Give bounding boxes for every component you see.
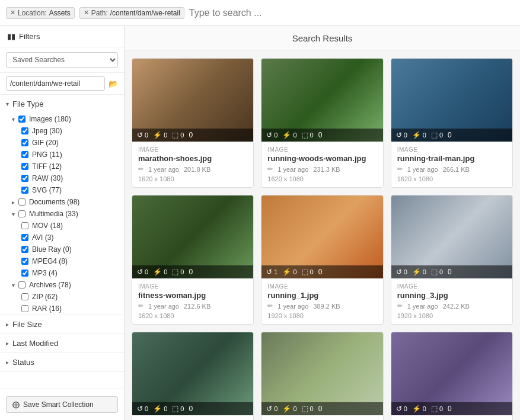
- toolbar-item-2[interactable]: ⬚ 0: [431, 131, 443, 139]
- rar-checkbox[interactable]: [21, 305, 28, 312]
- toolbar-item-1[interactable]: ⚡ 0: [282, 268, 296, 276]
- toolbar-item-3[interactable]: 0: [189, 268, 194, 276]
- filetype-header[interactable]: ▾ File Type: [0, 95, 124, 113]
- archives-chevron: ▾: [12, 282, 15, 288]
- filter-jpeg[interactable]: Jpeg (30): [0, 125, 124, 137]
- mov-checkbox[interactable]: [21, 222, 28, 229]
- tiff-checkbox[interactable]: [21, 163, 28, 170]
- filter-png[interactable]: PNG (11): [0, 149, 124, 161]
- filter-rar[interactable]: RAR (16): [0, 303, 124, 315]
- location-tag[interactable]: ✕ Location: Assets: [6, 7, 75, 19]
- save-smart-collection-button[interactable]: ⨁ Save Smart Collection: [6, 396, 118, 413]
- toolbar-item-2[interactable]: ⬚ 0: [172, 268, 184, 276]
- card-5[interactable]: ↺ 0 ⚡ 0 ⬚ 0 0 IMAGE running_3.jpg ✏ 1 ye…: [391, 195, 513, 325]
- png-checkbox[interactable]: [21, 151, 28, 158]
- card-0[interactable]: ↺ 0 ⚡ 0 ⬚ 0 0 IMAGE marathon-shoes.jpg ✏…: [132, 58, 254, 188]
- toolbar-item-2[interactable]: ⬚ 0: [302, 268, 314, 276]
- toolbar-item-0[interactable]: ↺ 0: [266, 131, 277, 139]
- svg-checkbox[interactable]: [21, 187, 28, 194]
- mp3-checkbox[interactable]: [21, 270, 28, 277]
- toolbar-item-1[interactable]: ⚡ 0: [153, 268, 167, 276]
- filter-svg[interactable]: SVG (77): [0, 184, 124, 196]
- search-input[interactable]: [189, 8, 514, 18]
- filter-archives[interactable]: ▾ Archives (78): [0, 279, 124, 291]
- filter-zip[interactable]: ZIP (62): [0, 291, 124, 303]
- toolbar-item-0[interactable]: ↺ 0: [137, 405, 148, 413]
- images-checkbox[interactable]: [18, 116, 25, 123]
- card-meta-1: ✏ 1 year ago 231.3 KB: [267, 165, 377, 173]
- toolbar-item-2[interactable]: ⬚ 0: [431, 268, 443, 276]
- filter-gif[interactable]: GIF (20): [0, 137, 124, 149]
- filesize-header[interactable]: ▸ File Size: [0, 315, 124, 334]
- toolbar-item-0[interactable]: ↺ 0: [396, 268, 407, 276]
- toolbar-item-1[interactable]: ⚡ 0: [153, 131, 167, 139]
- toolbar-item-0[interactable]: ↺ 1: [266, 268, 277, 276]
- toolbar-item-1[interactable]: ⚡ 0: [412, 131, 426, 139]
- toolbar-item-0[interactable]: ↺ 0: [266, 405, 277, 413]
- raw-checkbox[interactable]: [21, 175, 28, 182]
- toolbar-count-2: 0: [310, 405, 314, 412]
- toolbar-item-2[interactable]: ⬚ 0: [431, 405, 443, 413]
- toolbar-item-3[interactable]: 0: [448, 405, 454, 413]
- card-4[interactable]: ↺ 1 ⚡ 0 ⬚ 0 0 IMAGE running_1.jpg ✏ 1 ye…: [261, 195, 383, 325]
- filter-documents[interactable]: ▸ Documents (98): [0, 196, 124, 208]
- toolbar-item-2[interactable]: ⬚ 0: [302, 405, 314, 413]
- documents-checkbox[interactable]: [18, 198, 25, 206]
- filter-group-filetype: ▾ File Type ▾ Images (180) Jpeg (30) GIF…: [0, 95, 124, 315]
- toolbar-item-0[interactable]: ↺ 0: [137, 268, 148, 276]
- filter-mov[interactable]: MOV (18): [0, 220, 124, 232]
- location-tag-close[interactable]: ✕: [10, 9, 15, 17]
- toolbar-item-1[interactable]: ⚡ 0: [412, 405, 426, 413]
- toolbar-item-2[interactable]: ⬚ 0: [302, 131, 314, 139]
- toolbar-item-3[interactable]: 0: [189, 405, 194, 413]
- toolbar-item-1[interactable]: ⚡ 0: [282, 405, 296, 413]
- filter-avi[interactable]: AVI (3): [0, 232, 124, 243]
- filter-tiff[interactable]: TIFF (12): [0, 161, 124, 172]
- avi-checkbox[interactable]: [21, 234, 28, 241]
- card-8[interactable]: ↺ 0 ⚡ 0 ⬚ 0 0 IMAGE running_6.jpg ✏ 1 ye…: [391, 332, 513, 420]
- toolbar-item-2[interactable]: ⬚ 0: [172, 131, 184, 139]
- blueray-checkbox[interactable]: [21, 246, 28, 253]
- toolbar-item-0[interactable]: ↺ 0: [396, 405, 407, 413]
- jpeg-checkbox[interactable]: [21, 127, 28, 134]
- toolbar-item-1[interactable]: ⚡ 0: [282, 131, 296, 139]
- zip-checkbox[interactable]: [21, 293, 28, 300]
- toolbar-item-1[interactable]: ⚡ 0: [153, 405, 167, 413]
- multimedia-checkbox[interactable]: [18, 210, 25, 217]
- lastmodified-header[interactable]: ▸ Last Modified: [0, 334, 124, 352]
- toolbar-item-3[interactable]: 0: [318, 131, 324, 139]
- card-2[interactable]: ↺ 0 ⚡ 0 ⬚ 0 0 IMAGE running-trail-man.jp…: [391, 58, 513, 188]
- path-tag-close[interactable]: ✕: [84, 9, 89, 17]
- filter-mpeg4[interactable]: MPEG4 (8): [0, 255, 124, 267]
- card-1[interactable]: ↺ 0 ⚡ 0 ⬚ 0 0 IMAGE running-woods-woman.…: [261, 58, 383, 188]
- toolbar-item-3[interactable]: 0: [318, 405, 324, 413]
- archives-label: Archives (78): [29, 281, 71, 289]
- filter-blueray[interactable]: Blue Ray (0): [0, 243, 124, 255]
- toolbar-item-3[interactable]: 0: [189, 131, 194, 139]
- toolbar-count-1: 0: [293, 132, 296, 139]
- path-input[interactable]: [6, 76, 105, 91]
- card-6[interactable]: ↺ 0 ⚡ 0 ⬚ 0 0 IMAGE running_4.jpg ✏ 1 ye…: [132, 332, 254, 420]
- toolbar-item-3[interactable]: 0: [448, 131, 454, 139]
- filter-images[interactable]: ▾ Images (180): [0, 113, 124, 125]
- toolbar-item-0[interactable]: ↺ 0: [396, 131, 407, 139]
- folder-icon[interactable]: 📂: [109, 79, 118, 88]
- toolbar-item-3[interactable]: 0: [448, 268, 454, 276]
- toolbar-item-0[interactable]: ↺ 0: [137, 131, 148, 139]
- toolbar-item-1[interactable]: ⚡ 0: [412, 268, 426, 276]
- card-3[interactable]: ↺ 0 ⚡ 0 ⬚ 0 0 IMAGE fitness-woman.jpg ✏ …: [132, 195, 254, 325]
- filter-raw[interactable]: RAW (30): [0, 172, 124, 184]
- filter-multimedia[interactable]: ▾ Multimedia (33): [0, 208, 124, 220]
- mpeg4-checkbox[interactable]: [21, 258, 28, 265]
- filter-mp3[interactable]: MP3 (4): [0, 267, 124, 279]
- gif-checkbox[interactable]: [21, 139, 28, 146]
- lastmodified-label: Last Modified: [12, 339, 58, 348]
- status-header[interactable]: ▸ Status: [0, 353, 124, 371]
- toolbar-item-3[interactable]: 0: [318, 268, 324, 276]
- card-body-3: IMAGE fitness-woman.jpg ✏ 1 year ago 212…: [132, 278, 253, 324]
- card-7[interactable]: ↺ 0 ⚡ 0 ⬚ 0 0 IMAGE running_5.jpg ✏ 1 ye…: [261, 332, 383, 420]
- saved-searches-select[interactable]: Saved Searches: [6, 52, 118, 68]
- archives-checkbox[interactable]: [18, 281, 25, 288]
- path-tag[interactable]: ✕ Path: /content/dam/we-retail: [79, 7, 184, 19]
- toolbar-item-2[interactable]: ⬚ 0: [172, 405, 184, 413]
